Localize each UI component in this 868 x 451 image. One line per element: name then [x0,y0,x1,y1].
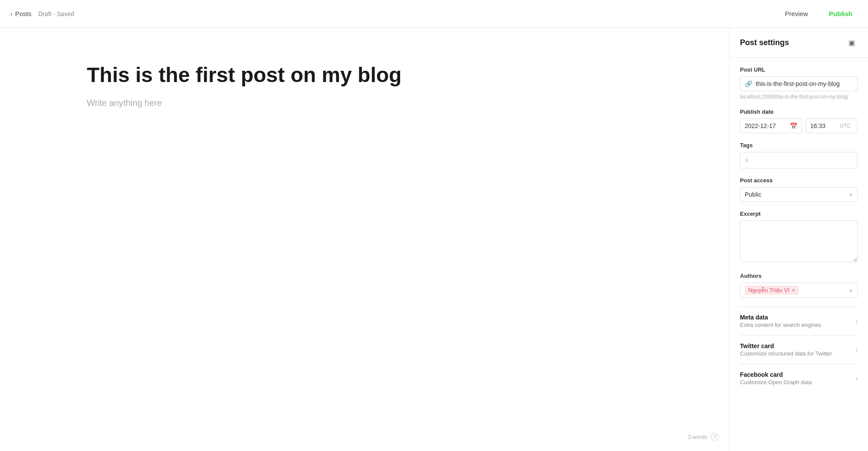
main-layout: This is the first post on my blog Write … [0,28,868,451]
preview-button[interactable]: Preview [779,7,813,21]
post-access-label: Post access [740,177,858,184]
publish-button[interactable]: Publish [824,7,858,21]
facebook-card-title: Facebook card [740,371,855,378]
post-access-select[interactable]: Public ∨ [740,187,858,202]
settings-header: Post settings ▣ [730,28,868,58]
editor-area: This is the first post on my blog Write … [0,28,729,451]
tags-input[interactable]: ∨ [740,152,858,168]
settings-panel: Post settings ▣ Post URL 🔗 localhost:236… [729,28,868,451]
authors-field: Authors Nguyễn Triệu Vĩ × ∨ [740,273,858,298]
word-count-text: 3 words [687,434,707,440]
url-input-wrapper: 🔗 [740,76,858,91]
meta-data-item[interactable]: Meta data Extra content for search engin… [740,307,858,336]
post-access-value: Public [745,191,761,198]
help-icon[interactable]: ? [711,433,719,441]
date-input[interactable] [745,122,786,129]
excerpt-field: Excerpt [740,211,858,264]
author-tag: Nguyễn Triệu Vĩ × [745,286,799,295]
back-to-posts-link[interactable]: ‹ Posts [10,10,31,17]
draft-status: Draft - Saved [38,10,74,17]
top-bar-left: ‹ Posts Draft - Saved [10,10,74,17]
top-bar-right: Preview Publish [779,7,858,21]
post-subtitle[interactable]: Write anything here [87,98,642,108]
twitter-card-title: Twitter card [740,342,855,349]
meta-data-title: Meta data [740,314,855,321]
meta-data-description: Extra content for search engines [740,322,855,328]
date-time-row: 📅 UTC [740,119,858,133]
publish-date-field: Publish date 📅 UTC [740,109,858,133]
meta-data-arrow-icon: › [855,318,858,325]
excerpt-label: Excerpt [740,211,858,217]
facebook-card-content: Facebook card Customize Open Graph data [740,371,855,385]
post-access-field: Post access Public ∨ [740,177,858,202]
date-input-wrapper: 📅 [740,119,802,133]
time-input[interactable] [810,122,836,129]
authors-label: Authors [740,273,858,279]
time-input-wrapper: UTC [806,119,858,133]
back-label: Posts [15,10,32,17]
url-hint: localhost:2368/this-is-the-first-post-on… [740,94,858,100]
publish-date-label: Publish date [740,109,858,115]
twitter-card-content: Twitter card Customize structured data f… [740,342,855,357]
settings-close-button[interactable]: ▣ [845,36,858,49]
tags-field: Tags ∨ [740,142,858,168]
meta-data-content: Meta data Extra content for search engin… [740,314,855,328]
author-name: Nguyễn Triệu Vĩ [748,287,789,293]
post-url-field: Post URL 🔗 localhost:2368/this-is-the-fi… [740,66,858,100]
settings-panel-title: Post settings [740,38,789,47]
author-remove-button[interactable]: × [792,287,795,293]
twitter-card-description: Customize structured data for Twitter [740,350,855,357]
authors-input: Nguyễn Triệu Vĩ × ∨ [740,283,858,298]
chevron-left-icon: ‹ [10,10,13,17]
link-icon: 🔗 [745,80,752,87]
post-access-arrow-icon: ∨ [849,191,853,198]
authors-arrow-icon: ∨ [849,287,853,293]
facebook-card-item[interactable]: Facebook card Customize Open Graph data … [740,364,858,392]
word-count-bar: 3 words ? [687,433,719,441]
twitter-card-arrow-icon: › [855,346,858,353]
top-bar: ‹ Posts Draft - Saved Preview Publish [0,0,868,28]
twitter-card-item[interactable]: Twitter card Customize structured data f… [740,336,858,364]
calendar-icon[interactable]: 📅 [790,122,797,129]
facebook-card-description: Customize Open Graph data [740,379,855,385]
post-url-input[interactable] [756,80,853,87]
excerpt-textarea[interactable] [740,221,858,262]
facebook-card-arrow-icon: › [855,375,858,382]
tags-arrow-icon: ∨ [745,157,749,163]
post-title[interactable]: This is the first post on my blog [87,63,642,88]
utc-label: UTC [840,123,851,129]
tags-label: Tags [740,142,858,148]
post-url-label: Post URL [740,66,858,73]
settings-body: Post URL 🔗 localhost:2368/this-is-the-fi… [730,66,868,403]
close-panel-icon: ▣ [848,39,855,47]
